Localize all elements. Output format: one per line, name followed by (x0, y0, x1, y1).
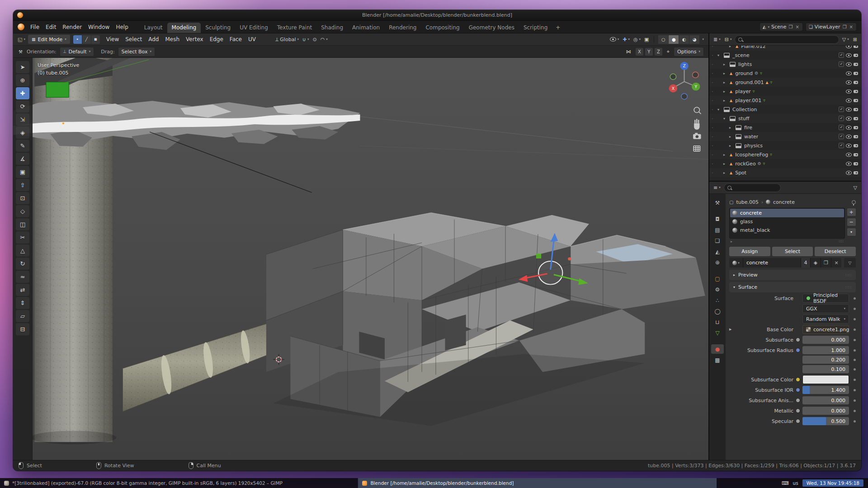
properties-tab-material[interactable]: ● (711, 344, 724, 354)
shading-dropdown[interactable]: ▾ (701, 38, 705, 41)
exclude-checkbox[interactable]: ✓ (839, 107, 844, 112)
viewport-menu-uv[interactable]: UV (245, 35, 259, 44)
viewport-menu-face[interactable]: Face (226, 35, 245, 44)
browse-material-button[interactable]: ▾ (729, 258, 743, 267)
tool-scale[interactable]: ⇲ (16, 113, 29, 126)
properties-tab-world[interactable]: ⊕ (711, 258, 724, 267)
visibility-dropdown[interactable]: ▾ (609, 37, 620, 42)
assign-button[interactable]: Assign (729, 247, 770, 256)
hide-viewport-toggle[interactable] (846, 71, 852, 75)
breadcrumb-object[interactable]: tube.005 (736, 199, 759, 205)
properties-tab-physics[interactable]: ◯ (711, 306, 724, 316)
tool-smooth[interactable]: ≈ (16, 271, 29, 283)
menu-file[interactable]: File (27, 23, 42, 32)
gizmo-plane-handle[interactable] (536, 253, 541, 258)
exclude-checkbox[interactable]: ✓ (839, 134, 844, 139)
properties-tab-scene[interactable]: ◭ (711, 247, 724, 256)
disable-render-toggle[interactable] (854, 171, 858, 174)
tool-rotate[interactable]: ⟳ (16, 100, 29, 113)
vertex-select-button[interactable]: • (73, 35, 82, 44)
expand-icon[interactable]: ▶ (729, 328, 731, 331)
clock[interactable]: Wed, 13 Nov 19:45:18 (802, 479, 863, 487)
tool-edge-slide[interactable]: ⇄ (16, 284, 29, 296)
slider-subsurface-radius[interactable]: 1.000 (802, 346, 849, 354)
tool-move[interactable]: ✚ (16, 87, 29, 99)
outliner-filter-icon[interactable]: ▽▾ (841, 37, 850, 42)
animate-decorator[interactable] (854, 359, 856, 361)
disclosure-icon[interactable]: ▸ (729, 144, 734, 148)
disclosure-icon[interactable]: ▸ (729, 135, 734, 139)
orientation-dropdown[interactable]: ⟂ Global ▾ (274, 37, 300, 42)
taskbar-item-blender[interactable]: Blender [/home/amalie/Desktop/blender/bu… (358, 478, 716, 488)
viewport-menu-select[interactable]: Select (122, 35, 145, 44)
unlink-scene-button[interactable]: × (795, 24, 800, 29)
drag-value-dropdown[interactable]: Select Box ▾ (118, 47, 155, 56)
mirror-z-toggle[interactable]: Z (654, 47, 663, 56)
menu-edit[interactable]: Edit (42, 23, 59, 32)
workspace-tab-animation[interactable]: Animation (348, 23, 384, 33)
disable-render-toggle[interactable] (854, 153, 858, 156)
animate-decorator[interactable] (854, 297, 856, 300)
new-material-button[interactable]: ❐ (821, 258, 831, 267)
copy-viewlayer-button[interactable]: ❐ (842, 24, 847, 29)
hide-viewport-toggle[interactable] (846, 53, 852, 57)
disable-render-toggle[interactable] (854, 46, 858, 48)
tool-measure[interactable]: ∡ (16, 153, 29, 165)
hide-viewport-toggle[interactable] (846, 144, 852, 148)
material-slot-metal-black[interactable]: metal_black (730, 226, 844, 235)
animate-decorator[interactable] (854, 339, 856, 341)
hide-viewport-toggle[interactable] (846, 46, 852, 48)
slot-specials-button[interactable]: ▾ (847, 228, 856, 236)
material-users-count[interactable]: 4 (801, 258, 811, 267)
animate-decorator[interactable] (854, 420, 856, 422)
gizmos-dropdown[interactable]: ✚▾ (622, 37, 631, 42)
disclosure-icon[interactable]: ▸ (723, 71, 728, 75)
properties-tab-object[interactable]: ▢ (711, 274, 724, 283)
disclosure-icon[interactable]: ▾ (717, 53, 722, 57)
disable-render-toggle[interactable] (854, 72, 858, 75)
breadcrumb-material[interactable]: concrete (773, 199, 795, 205)
disable-render-toggle[interactable] (854, 81, 858, 84)
hide-viewport-toggle[interactable] (846, 62, 852, 66)
face-select-button[interactable]: ■ (91, 35, 100, 44)
material-filter-button[interactable]: ▽ (844, 258, 856, 267)
animate-decorator[interactable] (854, 368, 856, 371)
disclosure-icon[interactable]: ▸ (729, 46, 734, 48)
workspace-tab-compositing[interactable]: Compositing (421, 23, 464, 33)
disclosure-icon[interactable]: ▸ (723, 162, 728, 166)
tool-rip-region[interactable]: ⊟ (16, 323, 29, 335)
wireframe-shading-button[interactable]: ○ (658, 35, 668, 44)
viewport-menu-vertex[interactable]: Vertex (183, 35, 207, 44)
disclosure-icon[interactable]: ▸ (723, 153, 728, 157)
dropdown-ggx[interactable]: GGX▾ (802, 304, 849, 313)
mode-dropdown[interactable]: ▦ Edit Mode ▾ (28, 35, 70, 44)
workspace-tab-rendering[interactable]: Rendering (384, 23, 421, 33)
exclude-checkbox[interactable]: ✓ (839, 143, 844, 148)
select-button[interactable]: Select (772, 247, 813, 256)
mirror-y-toggle[interactable]: Y (645, 47, 653, 56)
tool-inset-faces[interactable]: ⊡ (16, 192, 29, 204)
disable-render-toggle[interactable] (854, 108, 858, 111)
hide-viewport-toggle[interactable] (846, 89, 852, 94)
tool-loop-cut[interactable]: ◫ (16, 218, 29, 230)
snap-magnet-toggle[interactable]: ∪▾ (302, 37, 310, 42)
tool-poly-build[interactable]: △ (16, 244, 29, 257)
tool-bevel[interactable]: ◇ (16, 205, 29, 217)
workspace-tab-texture-paint[interactable]: Texture Paint (273, 23, 316, 33)
taskbar-item-gimp[interactable]: *[3trilionbaked] (exported)-67.0 (RGB co… (0, 478, 358, 488)
hide-viewport-toggle[interactable] (846, 162, 852, 166)
outliner-display-mode-icon[interactable]: ⊟▾ (724, 37, 733, 42)
outliner-row-fire[interactable]: ·▸fire✓ (709, 123, 861, 132)
new-scene-button[interactable]: ❐ (788, 24, 793, 29)
fake-user-shield-button[interactable]: ◈ (811, 258, 821, 267)
orientation-value-dropdown[interactable]: ⟂ Default ▾ (60, 47, 94, 56)
slider-subsurface-anis[interactable]: 0.000 (802, 396, 849, 404)
outliner-row-scene[interactable]: ·▾_scene✓ (709, 51, 861, 60)
material-slot-concrete[interactable]: concrete (730, 209, 844, 217)
hide-viewport-toggle[interactable] (846, 99, 852, 103)
outliner-search-input[interactable] (735, 35, 839, 44)
animate-decorator[interactable] (854, 328, 856, 331)
exclude-checkbox[interactable]: ✓ (839, 125, 844, 130)
mirror-x-toggle[interactable]: X (635, 47, 644, 56)
hide-viewport-toggle[interactable] (846, 135, 852, 139)
